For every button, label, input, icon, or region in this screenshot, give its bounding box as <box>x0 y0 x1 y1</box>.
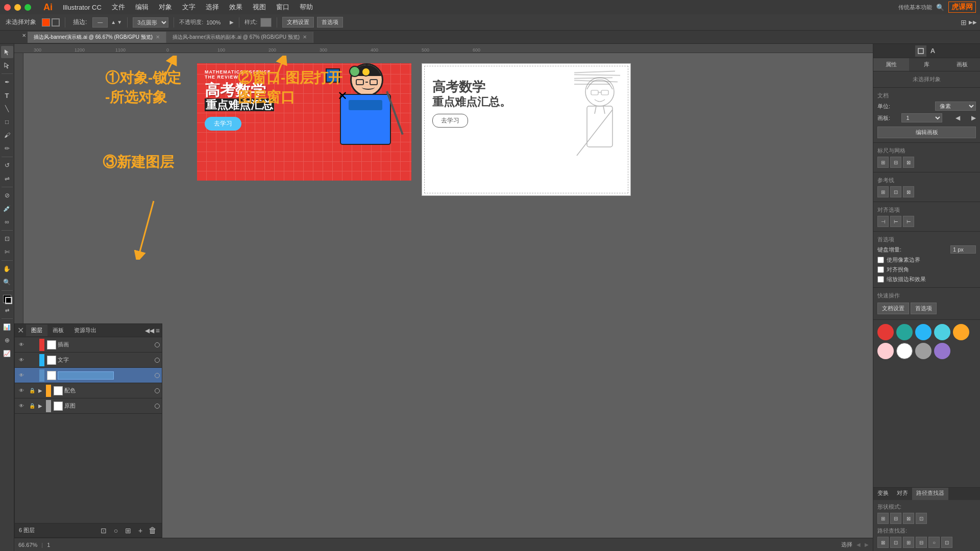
layer-dot-chuhua[interactable] <box>155 342 160 347</box>
toolbar-chevron-icon[interactable]: ▶▶ <box>969 19 977 25</box>
artboard-select[interactable]: 1 <box>901 113 942 122</box>
layer-lock-chuhua[interactable] <box>28 340 37 349</box>
unit-select[interactable]: 像素 <box>935 102 976 111</box>
align-left-icon[interactable]: ⊣ <box>877 216 889 227</box>
swatch-blue[interactable] <box>915 324 932 340</box>
tab-properties[interactable]: 属性 <box>873 58 909 71</box>
zoom-level[interactable]: 66.67% <box>18 542 37 548</box>
swatch-teal[interactable] <box>896 324 913 340</box>
artboard-tool[interactable]: ⊡ <box>1 233 13 245</box>
layer-dot-new[interactable] <box>155 373 160 378</box>
layer-dot-yuantu[interactable] <box>155 404 160 409</box>
menu-edit[interactable]: 编辑 <box>131 2 153 13</box>
ruler-btn1[interactable]: ⊞ <box>877 157 889 168</box>
close-button[interactable] <box>4 4 11 11</box>
layers-tab-export[interactable]: 资源导出 <box>69 324 102 336</box>
layer-item-wenzi[interactable]: 👁 文字 <box>15 353 162 368</box>
tab-1-close[interactable]: ✕ <box>156 34 160 40</box>
playback-start[interactable]: ◀ <box>856 542 861 547</box>
layer-lock-peise[interactable]: 🔒 <box>28 386 37 395</box>
fill-color[interactable] <box>42 18 50 27</box>
style-preview[interactable] <box>260 18 272 27</box>
crop-icon[interactable]: ⊟ <box>916 537 927 548</box>
swatch-pink[interactable] <box>877 343 894 359</box>
layers-close-icon[interactable]: ✕ <box>17 327 24 334</box>
guide-btn1[interactable]: ⊞ <box>877 186 889 197</box>
layer-vis-chuhua[interactable]: 👁 <box>17 340 26 349</box>
arrange-icon[interactable]: ⊞ <box>961 18 967 27</box>
guide-btn3[interactable]: ⊠ <box>903 186 914 197</box>
tab-transform[interactable]: 变换 <box>873 488 893 500</box>
pencil-tool[interactable]: ✏ <box>1 142 13 155</box>
layer-lock-wenzi[interactable] <box>28 356 37 365</box>
create-sublayer-btn[interactable]: ⊞ <box>123 525 133 536</box>
tab-artboards-panel[interactable]: 画板 <box>944 58 980 71</box>
layer-expand-icon-yuantu[interactable]: ▶ <box>38 403 42 409</box>
ruler-btn2[interactable]: ⊟ <box>890 157 901 168</box>
panel-collapse-icon[interactable]: ◀◀ <box>145 327 154 334</box>
stroke-up-icon[interactable]: ▲ <box>111 19 116 25</box>
menu-effect[interactable]: 效果 <box>225 2 247 13</box>
make-clipping-mask-btn[interactable]: ○ <box>111 525 121 536</box>
panel-icon-type[interactable]: A <box>927 45 939 57</box>
rect-tool[interactable]: □ <box>1 116 13 128</box>
layer-vis-peise[interactable]: 👁 <box>17 386 26 395</box>
stroke-down-icon[interactable]: ▼ <box>117 19 122 25</box>
stroke-color[interactable] <box>52 18 60 27</box>
line-tool[interactable]: ╲ <box>1 103 13 115</box>
direct-selection-tool[interactable] <box>1 59 13 71</box>
exclude-icon[interactable]: ⊡ <box>916 513 927 524</box>
blend-tool[interactable]: ∞ <box>1 216 13 228</box>
minus-front-icon[interactable]: ⊟ <box>890 513 901 524</box>
swatch-white[interactable] <box>896 343 913 359</box>
menu-window[interactable]: 窗口 <box>272 2 293 13</box>
swap-colors[interactable]: ⇄ <box>1 304 13 316</box>
column-graph-tool[interactable]: 📈 <box>1 347 13 360</box>
layer-item-chuhua[interactable]: 👁 插画 <box>15 337 162 353</box>
maximize-button[interactable] <box>24 4 31 11</box>
outline-icon[interactable]: ○ <box>928 537 940 548</box>
menu-select[interactable]: 选择 <box>202 2 223 13</box>
hand-tool[interactable]: ✋ <box>1 263 13 275</box>
minus-back-icon[interactable]: ⊡ <box>941 537 952 548</box>
prev-artboard-icon[interactable]: ◀ <box>955 114 960 121</box>
width-tool[interactable]: ⊘ <box>1 189 13 202</box>
panel-menu-icon[interactable]: ≡ <box>156 327 160 335</box>
playback-end[interactable]: ▶ <box>865 542 869 547</box>
layer-expand-icon-peise[interactable]: ▶ <box>38 388 42 393</box>
keyboard-input[interactable] <box>950 245 976 254</box>
doc-settings-toolbar-btn[interactable]: 文档设置 <box>282 17 314 28</box>
guide-btn2[interactable]: ⊡ <box>890 186 901 197</box>
divide-icon[interactable]: ⊠ <box>877 537 889 548</box>
search-icon[interactable]: 🔍 <box>936 4 944 11</box>
layer-vis-yuantu[interactable]: 👁 <box>17 402 26 411</box>
symbol-tool[interactable]: ⊕ <box>1 334 13 346</box>
tab-pathfinder[interactable]: 路径查找器 <box>912 488 948 500</box>
tab-library[interactable]: 库 <box>909 58 945 71</box>
layers-tab-artboards[interactable]: 画板 <box>47 324 69 336</box>
shape-select[interactable]: 3点圆形 <box>133 17 168 28</box>
preferences-action-btn[interactable]: 首选项 <box>911 303 937 314</box>
layer-dot-peise[interactable] <box>155 388 160 393</box>
intersect-icon[interactable]: ⊠ <box>903 513 914 524</box>
swatch-cyan[interactable] <box>934 324 950 340</box>
selection-tool[interactable] <box>1 46 13 58</box>
trim-icon[interactable]: ⊡ <box>890 537 901 548</box>
menu-object[interactable]: 对象 <box>155 2 176 13</box>
tab-close-btn[interactable]: ✕ <box>20 32 28 39</box>
stroke-small[interactable] <box>5 297 12 304</box>
tab-align-panel[interactable]: 对齐 <box>893 488 912 500</box>
pen-tool[interactable]: ✒ <box>1 76 13 88</box>
layer-item-new[interactable]: 👁 <box>15 368 162 383</box>
type-tool[interactable]: T <box>1 89 13 102</box>
ruler-btn3[interactable]: ⊠ <box>903 157 914 168</box>
tab-2-close[interactable]: ✕ <box>303 34 307 40</box>
layer-vis-wenzi[interactable]: 👁 <box>17 356 26 365</box>
layer-lock-yuantu[interactable]: 🔒 <box>28 402 37 411</box>
align-center-icon[interactable]: ⊢ <box>890 216 901 227</box>
minimize-button[interactable] <box>14 4 21 11</box>
mirror-tool[interactable]: ⇌ <box>1 172 13 185</box>
slice-tool[interactable]: ✄ <box>1 246 13 258</box>
swatch-red[interactable] <box>877 324 894 340</box>
paintbrush-tool[interactable]: 🖌 <box>1 129 13 141</box>
